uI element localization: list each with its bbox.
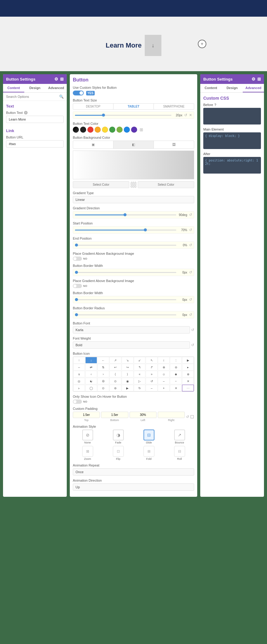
anim-flip[interactable]: ⊡ Flip [103,446,133,460]
icon-a2[interactable]: ⇄ [85,364,97,370]
icon-b6[interactable]: « [134,371,146,377]
font-weight-select[interactable]: Bold [73,341,190,349]
icon-more[interactable]: ▶ [182,357,194,363]
icon-a1[interactable]: ↔ [73,364,85,370]
border-radius-slider[interactable] [75,314,176,315]
icon-c9[interactable]: − [170,378,182,384]
anim-none[interactable]: ⊘ None [73,430,102,444]
right-tab-content[interactable]: Content [200,84,221,92]
anim-zoom[interactable]: ⊠ Zoom [73,446,102,460]
gradient-type-select[interactable]: Linear [73,196,194,203]
anim-slide[interactable]: ⊟ Slide [134,430,164,444]
select-color-1[interactable]: Select Color [73,181,129,188]
before-textarea[interactable] [203,108,261,124]
tab-design[interactable]: Design [24,84,46,92]
place-gradient-2-switch[interactable] [73,284,82,288]
icon-c4[interactable]: ⊙ [110,378,121,384]
font-select[interactable]: Karla [73,326,190,334]
tab-smartphone[interactable]: SMARTPHONE [154,104,194,109]
only-hover-switch[interactable] [73,400,82,404]
end-position-reset[interactable]: ↺ [189,243,192,247]
after-textarea[interactable]: { position: absolute;right: 12t; [203,157,261,174]
gradient-direction-reset[interactable]: ↺ [189,213,192,217]
icon-c7[interactable]: ↺ [146,378,157,384]
bg-tab-flat[interactable]: ▣ [73,141,113,148]
icon-d2[interactable]: ◯ [85,385,97,391]
color-green-light[interactable] [117,127,123,133]
icon-c2[interactable]: ☯ [85,378,97,384]
color-blue[interactable] [124,127,130,133]
icon-right-diag-up[interactable]: ↗ [110,357,121,363]
expand-icon[interactable]: ⊞ [60,77,64,81]
tab-desktop[interactable]: DESKTOP [73,104,113,109]
padding-left-input[interactable]: 30% [130,412,157,418]
border-width-2-reset[interactable]: ↺ [189,297,192,302]
border-width-reset[interactable]: ↺ [189,270,192,274]
icon-c6[interactable]: ▷ [134,378,146,384]
icon-b2[interactable]: ‹ [85,371,97,377]
icon-b5[interactable]: ⟩ [122,371,134,377]
icon-d6[interactable]: ↻ [134,385,146,391]
color-purple[interactable] [131,127,137,133]
slider-thumb[interactable] [102,114,105,117]
color-green[interactable] [109,127,115,133]
icon-d5[interactable]: ▶ [122,385,134,391]
icon-a3[interactable]: ⇅ [97,364,109,370]
icon-scroll-right[interactable]: ⋯ [182,385,194,391]
tab-advanced[interactable]: Advanced [46,84,67,92]
icon-b3[interactable]: › [97,371,109,377]
anim-fold[interactable]: ⊞ Fold [134,446,164,460]
bg-tab-image[interactable]: 🖼 [154,141,194,148]
icon-a6[interactable]: ↰ [134,364,146,370]
color-red[interactable] [87,127,93,133]
icon-d1[interactable]: ▹ [73,385,85,391]
icon-c8[interactable]: – [158,378,170,384]
main-element-textarea[interactable]: { display: block; } [203,132,261,149]
icon-c5[interactable]: ◉ [122,378,134,384]
padding-reset[interactable]: ↺ [186,415,189,419]
icon-left[interactable]: ← [97,357,109,363]
color-yellow[interactable] [102,127,108,133]
start-position-reset[interactable]: ↺ [189,228,192,232]
select-color-2[interactable]: Select Color [138,181,194,188]
icon-a5[interactable]: ↪ [122,364,134,370]
icon-diag-1[interactable]: ↘ [122,357,134,363]
icon-b8[interactable]: ☺ [158,371,170,377]
anim-bounce[interactable]: ↗ Bounce [165,430,194,444]
start-position-slider[interactable] [75,230,176,231]
anim-repeat-select[interactable]: Once [73,468,194,476]
icon-d9[interactable]: ✕ [170,385,182,391]
expand-icon-right[interactable]: ⊞ [257,77,261,81]
border-width-2-slider[interactable] [75,299,176,300]
padding-bottom-input[interactable]: 1.5er [101,412,128,418]
more-colors-icon[interactable]: ⊞ [138,127,144,133]
color-picker-swatch[interactable] [73,127,79,133]
icon-b1[interactable]: ∨ [73,371,85,377]
anim-roll[interactable]: ⊟ Roll [165,446,194,460]
icon-d7[interactable]: – [146,385,157,391]
right-tab-design[interactable]: Design [221,84,243,92]
icon-a7[interactable]: ↱ [146,364,157,370]
text-size-clear[interactable]: ✕ [189,113,192,117]
icon-a8[interactable]: ⊕ [158,364,170,370]
icon-up[interactable]: ↑ [73,357,85,363]
anim-fade[interactable]: ◑ Fade [103,430,133,444]
tab-content[interactable]: Content [3,84,24,92]
text-size-slider[interactable] [75,115,171,116]
add-button[interactable]: + [198,40,206,48]
icon-diag-4[interactable]: ↕ [158,357,170,363]
border-radius-reset[interactable]: ↺ [189,313,192,317]
settings-icon[interactable]: ⚙ [54,77,58,81]
font-reset[interactable]: ↺ [191,328,194,332]
search-input[interactable] [6,95,59,98]
padding-right-input[interactable] [158,412,185,418]
icon-b7[interactable]: » [146,371,157,377]
icon-c1[interactable]: ◎ [73,378,85,384]
icon-diag-3[interactable]: ↖ [146,357,157,363]
right-tab-advanced[interactable]: Advanced [243,84,264,92]
icon-diag-2[interactable]: ↙ [134,357,146,363]
button-url-input[interactable]: #two [6,140,64,148]
icon-b10[interactable]: ⊗ [182,371,194,377]
place-gradient-1-switch[interactable] [73,257,82,261]
padding-top-input[interactable]: 1.5er [73,412,100,418]
